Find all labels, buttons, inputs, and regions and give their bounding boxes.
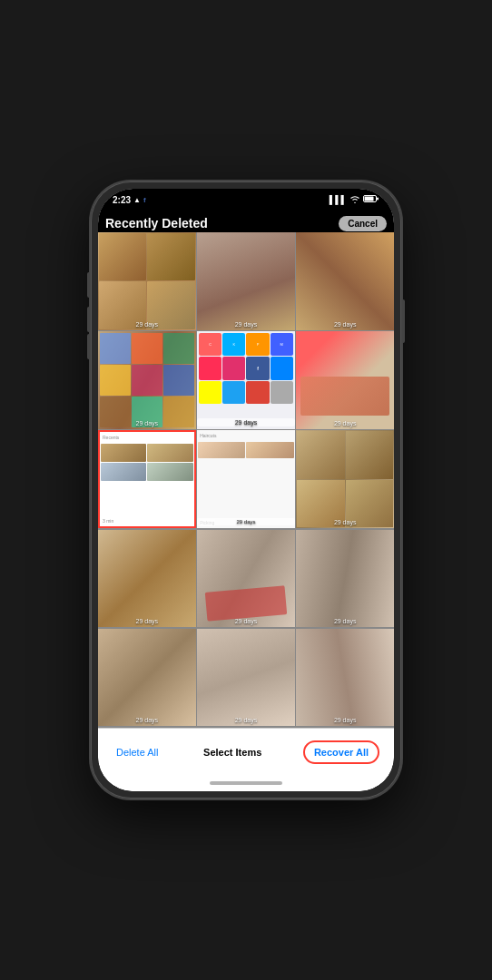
phone-inner: 2:23 ▲ f ▌▌▌ [98, 189, 394, 791]
title-row: Recently Deleted Cancel [98, 211, 394, 235]
delete-all-button[interactable]: Delete All [113, 743, 162, 761]
select-items-label: Select Items [203, 747, 261, 758]
photo-area[interactable]: Recently Deleted Cancel 29 days [98, 211, 394, 728]
photo-cell[interactable]: 29 days [296, 232, 394, 330]
photo-cell[interactable]: 29 days [296, 629, 394, 727]
cancel-button[interactable]: Cancel [339, 216, 387, 231]
photo-cell-app[interactable]: C K P M f [197, 331, 295, 429]
signal-icon: ▌▌▌ [330, 195, 347, 204]
photo-grid: 29 days 29 days 29 days [98, 232, 394, 728]
days-label: 29 days [197, 518, 295, 525]
recover-all-button[interactable]: Recover All [303, 740, 379, 764]
photo-cell[interactable]: 29 days [296, 430, 394, 528]
days-label: 29 days [197, 717, 295, 723]
status-right: ▌▌▌ [330, 194, 379, 205]
days-label: 29 days [98, 618, 196, 624]
photo-cell[interactable]: 29 days [197, 232, 295, 330]
screen: 2:23 ▲ f ▌▌▌ [98, 189, 394, 791]
phone-frame: 2:23 ▲ f ▌▌▌ [91, 181, 401, 799]
days-label: 29 days [296, 618, 394, 624]
days-label: 29 days [197, 321, 295, 328]
status-bar: 2:23 ▲ f ▌▌▌ [98, 189, 394, 211]
photo-cell[interactable]: 29 days [98, 530, 196, 628]
photo-cell[interactable]: 29 days [197, 629, 295, 727]
status-left: 2:23 ▲ f [113, 195, 146, 205]
days-label: 29 days [296, 321, 394, 328]
photo-cell[interactable]: 29 days [98, 629, 196, 727]
photo-cell[interactable]: 29 days [197, 530, 295, 628]
location-icon: ▲ [133, 196, 141, 204]
days-label: 29 days [197, 418, 295, 426]
svg-rect-1 [377, 198, 379, 201]
photo-cell-haircuts[interactable]: Haircuts Picking 29 days [197, 430, 295, 528]
home-indicator [98, 775, 394, 791]
photo-cell[interactable]: 29 days [296, 331, 394, 429]
battery-icon [363, 194, 379, 205]
photo-cell[interactable]: 29 days [98, 232, 196, 330]
bottom-toolbar: Delete All Select Items Recover All [98, 728, 394, 775]
wifi-icon [349, 195, 360, 205]
days-label: 29 days [296, 519, 394, 525]
photo-cell[interactable]: 29 days [98, 331, 196, 429]
recently-deleted-title: Recently Deleted [105, 216, 208, 230]
photo-cell[interactable]: 29 days [296, 530, 394, 628]
days-label: 29 days [296, 420, 394, 426]
time-display: 2:23 [113, 195, 131, 205]
home-bar [210, 781, 282, 785]
fb-icon: f [143, 196, 146, 204]
days-label: 29 days [296, 717, 394, 723]
svg-rect-2 [365, 197, 374, 201]
days-label: 29 days [98, 321, 196, 328]
days-label: 29 days [98, 717, 196, 723]
days-label: 29 days [98, 420, 196, 426]
days-label: 29 days [197, 618, 295, 624]
photo-cell-recents[interactable]: Recents 3 min [98, 430, 196, 528]
